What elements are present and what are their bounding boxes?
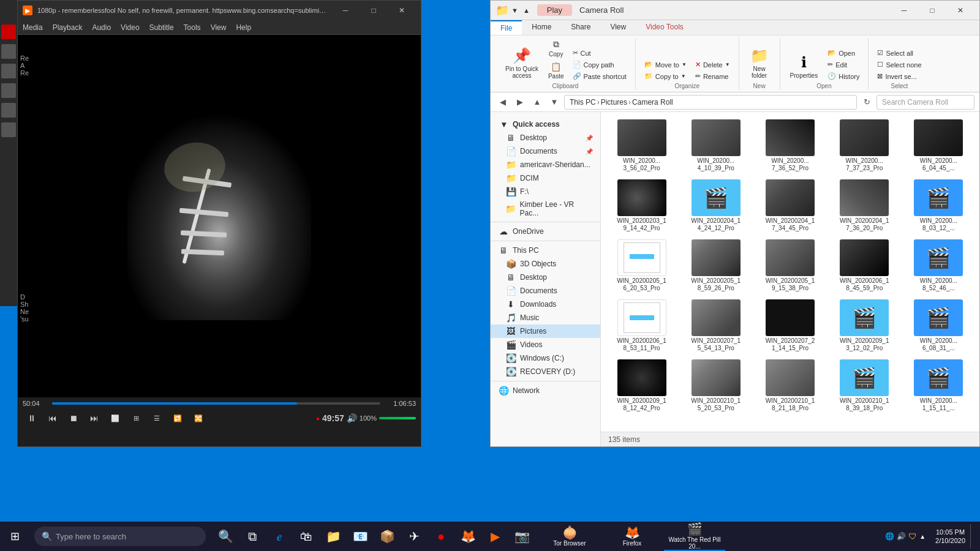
taskbar-norton-icon[interactable]: 🛡 <box>908 531 917 541</box>
nav-up-button[interactable]: ▲ <box>530 95 545 110</box>
ribbon-tab-home[interactable]: Home <box>522 20 561 35</box>
ribbon-edit-button[interactable]: ✏ Edit <box>824 59 863 70</box>
ribbon-properties-button[interactable]: ℹ Properties <box>785 51 823 81</box>
table-row[interactable]: WIN_20200206_18_53_11_Pro <box>606 297 677 354</box>
taskbar-app-torbrowser[interactable]: 🧅 Tor Browser <box>539 522 600 551</box>
path-pictures[interactable]: Pictures <box>601 98 627 107</box>
vlc-video-area[interactable]: ReARe DShNe'su <box>18 35 421 397</box>
ribbon-move-to-button[interactable]: 📂 Move to ▼ <box>641 59 690 70</box>
vlc-volume-bar[interactable] <box>379 417 416 419</box>
taskbar-chevron-icon[interactable]: ▲ <box>919 533 925 540</box>
sidebar-item-downloads[interactable]: ⬇ Downloads <box>491 298 600 311</box>
ribbon-tab-view[interactable]: View <box>600 20 636 35</box>
ribbon-tab-videotools[interactable]: Video Tools <box>636 20 693 35</box>
table-row[interactable]: WIN_20200205_16_20_53_Pro <box>606 237 677 294</box>
table-row[interactable]: WIN_20200204_17_34_45_Pro <box>754 177 826 234</box>
taskbar-app-redpill[interactable]: 🎬 Watch The Red Pill 20... <box>664 522 725 551</box>
sidebar-item-kimber[interactable]: 📁 Kimber Lee - VR Pac... <box>491 198 600 219</box>
taskbar-search-input[interactable] <box>56 532 198 541</box>
ribbon-select-all-button[interactable]: ☑ Select all <box>873 48 925 58</box>
vlc-progress-bar[interactable] <box>52 402 380 405</box>
table-row[interactable]: WIN_20200210_18_21_18_Pro <box>754 357 826 414</box>
table-row[interactable]: WIN_20200205_18_59_26_Pro <box>680 237 752 294</box>
sidebar-item-onedrive[interactable]: ☁ OneDrive <box>491 225 600 238</box>
ribbon-paste-button[interactable]: 📋 Paste <box>545 61 568 81</box>
table-row[interactable]: WIN_20200...7_37_23_Pro <box>829 117 900 174</box>
table-row[interactable]: 🎬 WIN_20200...6_08_31_... <box>903 297 974 354</box>
taskbar-oracle-button[interactable]: ● <box>429 524 453 549</box>
vlc-maximize-button[interactable]: □ <box>360 1 388 20</box>
sidebar-item-fdrive[interactable]: 💾 F:\ <box>491 185 600 198</box>
taskbar-tripadvisor-button[interactable]: ✈ <box>402 524 426 549</box>
vlc-close-button[interactable]: ✕ <box>388 1 416 20</box>
vlc-play-pause-button[interactable]: ⏸ <box>23 411 41 425</box>
explorer-minimize-button[interactable]: ─ <box>890 1 918 20</box>
ribbon-copy-to-button[interactable]: 📁 Copy to ▼ <box>641 71 690 81</box>
table-row[interactable]: 🎬 WIN_20200204_14_24_12_Pro <box>680 177 752 234</box>
vlc-prev-button[interactable]: ⏮ <box>43 411 62 425</box>
table-row[interactable]: WIN_20200...4_10_39_Pro <box>680 117 752 174</box>
ribbon-rename-button[interactable]: ✏ Rename <box>692 71 734 81</box>
vlc-menu-tools[interactable]: Tools <box>184 23 201 32</box>
taskbar-firefox-button[interactable]: 🦊 <box>456 524 480 549</box>
table-row[interactable]: WIN_20200203_19_14_42_Pro <box>606 177 677 234</box>
vlc-menu-audio[interactable]: Audio <box>92 23 111 32</box>
vlc-menu-playback[interactable]: Playback <box>53 23 83 32</box>
nav-refresh-button[interactable]: ↻ <box>859 95 874 110</box>
start-button[interactable]: ⊞ <box>0 522 29 551</box>
table-row[interactable]: WIN_20200205_19_15_38_Pro <box>754 237 826 294</box>
table-row[interactable]: 🎬 WIN_20200209_13_12_02_Pro <box>829 297 900 354</box>
vlc-menu-subtitle[interactable]: Subtitle <box>149 23 174 32</box>
taskbar-store-button[interactable]: 🛍 <box>294 524 318 549</box>
sidebar-item-desktop[interactable]: 🖥 Desktop 📌 <box>491 131 600 144</box>
ribbon-pin-button[interactable]: 📌 Pin to Quickaccess <box>500 45 543 81</box>
sidebar-item-thispc[interactable]: 🖥 This PC <box>491 244 600 257</box>
address-path[interactable]: This PC › Pictures › Camera Roll <box>564 95 857 110</box>
vlc-fullscreen-button[interactable]: ⬜ <box>106 411 124 425</box>
taskbar-edge-button[interactable]: 𝒆 <box>267 524 292 549</box>
path-this-pc[interactable]: This PC <box>570 98 596 107</box>
vlc-menu-help[interactable]: Help <box>236 23 251 32</box>
table-row[interactable]: 🎬 WIN_20200...8_03_12_... <box>903 177 974 234</box>
explorer-close-button[interactable]: ✕ <box>946 1 974 20</box>
vlc-loop-button[interactable]: 🔁 <box>168 411 187 425</box>
taskbar-task-view-button[interactable]: ⧉ <box>240 524 265 549</box>
nav-back-button[interactable]: ◀ <box>496 95 510 110</box>
explorer-play-button[interactable]: Play <box>537 4 572 16</box>
table-row[interactable]: 🎬 WIN_20200...1_15_11_... <box>903 357 974 414</box>
taskbar-app-firefox[interactable]: 🦊 Firefox <box>601 522 663 551</box>
sidebar-item-3dobjects[interactable]: 📦 3D Objects <box>491 257 600 271</box>
vlc-extended-button[interactable]: ⊞ <box>127 411 145 425</box>
sidebar-item-network[interactable]: 🌐 Network <box>491 384 600 397</box>
table-row[interactable]: WIN_20200206_18_45_59_Pro <box>829 237 900 294</box>
sidebar-item-documents[interactable]: 📄 Documents 📌 <box>491 144 600 158</box>
ribbon-copy-button[interactable]: ⧉ Copy <box>545 38 568 59</box>
sidebar-item-dcim[interactable]: 📁 DCIM <box>491 171 600 185</box>
table-row[interactable]: WIN_20200209_18_12_42_Pro <box>606 357 677 414</box>
vlc-random-button[interactable]: 🔀 <box>189 411 208 425</box>
ribbon-history-button[interactable]: 🕐 History <box>824 71 863 81</box>
ribbon-tab-file[interactable]: File <box>491 20 522 35</box>
table-row[interactable]: WIN_20200...3_56_02_Pro <box>606 117 677 174</box>
sidebar-item-windows-c[interactable]: 💽 Windows (C:) <box>491 351 600 365</box>
taskbar-vlc-icon[interactable]: ▶ <box>483 524 507 549</box>
taskbar-explorer-button[interactable]: 📁 <box>321 524 345 549</box>
vlc-stop-button[interactable]: ⏹ <box>64 411 83 425</box>
sidebar-item-documents2[interactable]: 📄 Documents <box>491 284 600 298</box>
ribbon-tab-share[interactable]: Share <box>561 20 600 35</box>
explorer-maximize-button[interactable]: □ <box>918 1 946 20</box>
taskbar-amazon-button[interactable]: 📦 <box>375 524 399 549</box>
show-desktop-button[interactable] <box>970 524 975 549</box>
ribbon-open-button[interactable]: 📂 Open <box>824 48 863 58</box>
vlc-next-button[interactable]: ⏭ <box>85 411 104 425</box>
vlc-playlist-button[interactable]: ☰ <box>148 411 166 425</box>
vlc-menu-view[interactable]: View <box>211 23 227 32</box>
ribbon-copy-path-button[interactable]: 📄 Copy path <box>569 59 630 70</box>
sidebar-item-americavr[interactable]: 📁 americavr-Sheridan... <box>491 158 600 171</box>
table-row[interactable]: WIN_20200210_15_20_53_Pro <box>680 357 752 414</box>
sidebar-item-videos[interactable]: 🎬 Videos <box>491 338 600 351</box>
taskbar-camera-button[interactable]: 📷 <box>510 524 534 549</box>
taskbar-volume-icon[interactable]: 🔊 <box>897 532 906 541</box>
quickaccess-label[interactable]: Quick access <box>513 120 560 129</box>
sidebar-item-recovery-d[interactable]: 💽 RECOVERY (D:) <box>491 365 600 378</box>
